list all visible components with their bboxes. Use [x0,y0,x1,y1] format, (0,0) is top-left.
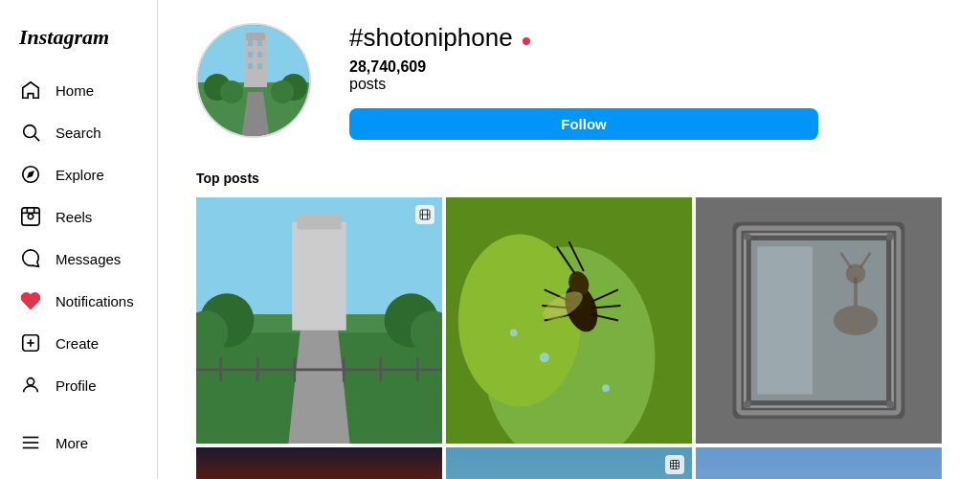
sidebar-item-notifications[interactable]: Notifications [8,280,149,322]
svg-rect-35 [292,222,346,331]
svg-point-78 [744,233,751,240]
follow-button[interactable]: Follow [349,108,818,140]
svg-point-0 [24,125,36,138]
svg-rect-4 [22,208,39,225]
sidebar-bottom: More [8,422,149,464]
svg-point-65 [510,329,518,336]
svg-point-29 [220,80,243,103]
svg-rect-72 [757,246,813,394]
svg-rect-36 [297,215,341,229]
svg-point-80 [744,400,751,408]
notification-dot [523,37,530,45]
svg-point-79 [886,233,894,240]
create-icon [19,331,42,354]
sidebar-item-messages[interactable]: Messages [8,238,149,280]
svg-rect-82 [196,447,442,479]
avatar-image [198,25,309,136]
post-overlay-icon [665,455,684,474]
posts-grid [196,197,942,479]
svg-rect-92 [446,447,692,479]
svg-rect-20 [246,33,265,40]
svg-rect-25 [248,63,253,69]
svg-point-51 [458,235,581,407]
svg-line-1 [34,136,39,141]
sidebar-item-profile[interactable]: Profile [8,364,149,406]
svg-rect-22 [257,40,262,46]
svg-point-63 [540,353,549,362]
create-label: Create [56,335,99,352]
more-label: More [56,435,88,451]
app-logo[interactable]: Instagram [8,15,149,69]
svg-rect-24 [257,52,262,57]
profile-header: #shotoniphone 28,740,609 posts Follow [196,23,942,140]
notifications-label: Notifications [56,293,134,309]
explore-label: Explore [56,167,104,183]
post-overlay-icon [415,205,434,224]
search-icon [19,121,42,144]
section-label: Top posts [196,171,942,186]
svg-rect-106 [671,461,679,469]
profile-info: #shotoniphone 28,740,609 posts Follow [349,23,942,140]
sidebar-item-reels[interactable]: Reels [8,195,149,238]
profile-label: Profile [56,377,97,394]
post-thumb[interactable] [446,447,692,479]
main-content: #shotoniphone 28,740,609 posts Follow To… [158,0,980,479]
post-thumb[interactable] [446,197,692,444]
svg-point-81 [886,400,894,408]
profile-icon [19,374,42,397]
messages-icon [19,247,42,270]
reels-icon [19,205,42,228]
svg-point-12 [27,378,33,385]
post-count: 28,740,609 [349,58,426,75]
avatar [196,23,311,138]
top-posts-section: Top posts [196,171,942,479]
svg-rect-26 [257,63,262,69]
svg-point-5 [28,214,33,219]
sidebar-item-more[interactable]: More [8,422,149,464]
explore-icon [19,163,42,186]
home-icon [19,79,42,102]
hashtag-title: #shotoniphone [349,23,513,53]
svg-rect-23 [248,52,253,57]
post-thumb[interactable] [196,447,442,479]
svg-rect-19 [244,34,267,87]
svg-point-30 [271,80,294,103]
post-thumb[interactable] [696,447,942,479]
notifications-icon [19,289,42,312]
svg-point-73 [834,306,878,335]
post-thumb[interactable] [196,197,442,444]
sidebar-item-search[interactable]: Search [8,111,149,153]
more-icon [19,431,42,454]
sidebar-item-home[interactable]: Home [8,69,149,111]
svg-point-64 [602,384,610,392]
svg-marker-3 [27,171,34,178]
messages-label: Messages [56,251,121,267]
sidebar-item-create[interactable]: Create [8,322,149,364]
sidebar-item-explore[interactable]: Explore [8,153,149,195]
post-thumb[interactable] [696,197,942,444]
post-label: posts [349,76,942,93]
svg-rect-107 [696,447,942,479]
search-label: Search [56,125,101,141]
svg-rect-21 [248,40,253,46]
reels-label: Reels [56,209,92,225]
sidebar: Instagram Home Search Explore [0,0,158,479]
home-label: Home [56,82,94,99]
